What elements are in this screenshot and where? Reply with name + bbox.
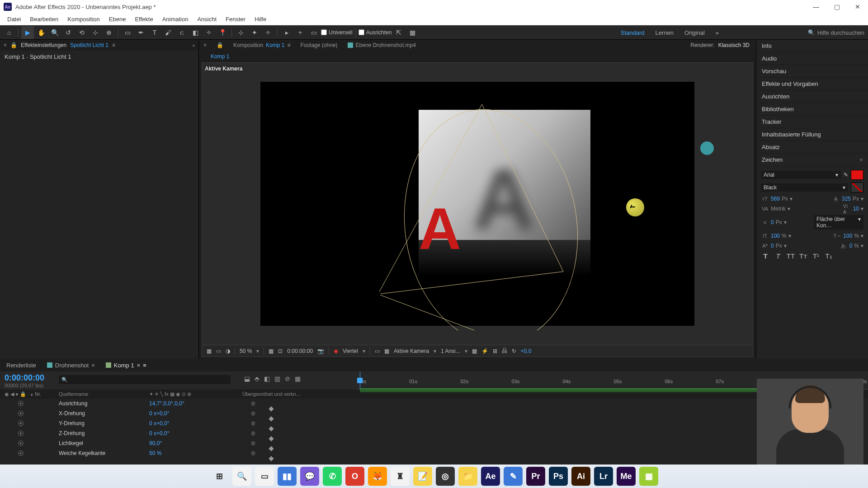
hscale-value[interactable]: 100: [843, 233, 852, 239]
menu-effekte[interactable]: Effekte: [130, 16, 157, 23]
spotlight-wireframe[interactable]: [364, 100, 581, 330]
snap-vertex[interactable]: ▸: [280, 26, 293, 39]
font-family-dropdown[interactable]: Arial▾: [761, 171, 841, 179]
workspace-original[interactable]: Original: [684, 29, 705, 36]
fast-preview-icon[interactable]: ⚡: [481, 348, 488, 354]
views-dropdown[interactable]: 1 Ansi...: [441, 348, 460, 354]
roi-icon[interactable]: ▭: [375, 348, 380, 354]
effect-controls-tab-label[interactable]: Effekteinstellungen: [21, 42, 66, 48]
window-maximize[interactable]: ▢: [826, 0, 847, 14]
taskbar-app[interactable]: 🦊: [368, 467, 387, 486]
taskbar-app[interactable]: Me: [617, 467, 636, 486]
tsume-value[interactable]: 0: [849, 243, 853, 249]
comp-tab-lock-icon[interactable]: 🔒: [217, 42, 223, 48]
taskbar-app[interactable]: ✎: [504, 467, 523, 486]
eyedropper-icon[interactable]: ✎: [844, 172, 848, 178]
local-axis[interactable]: ⊹: [235, 26, 247, 39]
tab-komp1[interactable]: Komp 1×≡: [106, 362, 146, 369]
comp-flowchart-icon[interactable]: ⬓: [244, 375, 250, 382]
stroke-mode-dropdown[interactable]: Fläche über Kon…▾: [814, 215, 863, 230]
window-minimize[interactable]: —: [806, 0, 826, 14]
taskbar-app[interactable]: ▮▮: [278, 467, 297, 486]
taskbar-app[interactable]: Ae: [481, 467, 500, 486]
shape-tool[interactable]: ▭: [121, 26, 134, 39]
home-button[interactable]: ⌂: [3, 26, 15, 39]
taskbar-app[interactable]: O: [345, 467, 364, 486]
camera-tool[interactable]: ⊹: [89, 26, 102, 39]
taskbar-app[interactable]: Ps: [549, 467, 568, 486]
view-axis[interactable]: ✧: [262, 26, 274, 39]
timeline-search[interactable]: 🔍: [59, 375, 231, 384]
resolution-icon-1[interactable]: ▦: [269, 348, 274, 354]
timeline-icon[interactable]: ⊞: [493, 348, 497, 354]
magnification-dropdown[interactable]: 50 %: [240, 348, 252, 354]
bold-button[interactable]: T: [761, 252, 770, 260]
reset-exposure-icon[interactable]: ↻: [512, 348, 516, 354]
property-row[interactable]: Z-Drehung 0 x+0,0° ⊘: [0, 428, 868, 438]
snapping-checkbox[interactable]: [321, 29, 327, 35]
exposure-value[interactable]: +0,0: [521, 348, 532, 354]
panel-ausrichten[interactable]: Ausrichten: [756, 90, 868, 103]
allcaps-button[interactable]: TT: [786, 252, 795, 260]
rotate-tool[interactable]: ⟲: [75, 26, 88, 39]
eraser-tool[interactable]: ◧: [189, 26, 202, 39]
font-size-value[interactable]: 569: [771, 196, 780, 202]
effect-controls-tab-selection[interactable]: Spotlicht Licht 1: [70, 42, 108, 48]
property-row[interactable]: Weiche Kegelkante 50 % ⊘: [0, 448, 868, 458]
menu-komposition[interactable]: Komposition: [63, 16, 104, 23]
zoom-tool[interactable]: 🔍: [48, 26, 61, 39]
menu-animation[interactable]: Animation: [158, 16, 193, 23]
roto-tool[interactable]: ✧: [203, 26, 215, 39]
comp-subtab[interactable]: Komp 1: [211, 53, 229, 60]
pixel-aspect-icon[interactable]: ▦: [472, 348, 477, 354]
anchor-tool[interactable]: ⊕: [103, 26, 115, 39]
resolution-dropdown[interactable]: Viertel: [343, 348, 358, 354]
panel-overflow-icon[interactable]: »: [192, 43, 195, 48]
color-mgmt-icon[interactable]: ◉: [334, 348, 338, 354]
comp-tab-name[interactable]: Komp 1: [266, 42, 284, 48]
panel-effekte[interactable]: Effekte und Vorgaben: [756, 78, 868, 90]
taskbar-app[interactable]: ✆: [323, 467, 342, 486]
stroke-width-value[interactable]: 0: [771, 219, 774, 225]
tracking-value[interactable]: 10: [853, 206, 859, 212]
world-axis[interactable]: ✦: [248, 26, 261, 39]
font-style-dropdown[interactable]: Black▾: [761, 183, 848, 192]
renderer-value[interactable]: Klassisch 3D: [718, 42, 750, 48]
flowchart-icon[interactable]: 品: [502, 347, 507, 355]
pen-tool[interactable]: ✒: [135, 26, 147, 39]
menu-ebene[interactable]: Ebene: [104, 16, 131, 23]
panel-lock-icon[interactable]: 🔒: [10, 42, 17, 48]
align-checkbox[interactable]: [359, 29, 364, 35]
comp-tab-close-icon[interactable]: ×: [203, 42, 207, 48]
property-row[interactable]: Lichtkegel 90,0° ⊘: [0, 438, 868, 448]
fill-swatch[interactable]: [851, 170, 863, 180]
footage-tab[interactable]: Footage (ohne): [300, 42, 337, 48]
selection-tool[interactable]: ▶: [21, 26, 34, 39]
panel-audio[interactable]: Audio: [756, 52, 868, 65]
help-search[interactable]: Hilfe durchsuchen: [808, 25, 864, 40]
stroke-swatch[interactable]: [851, 183, 863, 192]
viewer-timecode[interactable]: 0:00:00:00: [287, 348, 313, 354]
taskbar-app[interactable]: ⊞: [210, 467, 229, 486]
kerning-value[interactable]: Metrik: [771, 206, 786, 212]
channel-icon[interactable]: ▭: [216, 348, 221, 354]
panel-vorschau[interactable]: Vorschau: [756, 65, 868, 78]
layer-tab[interactable]: Ebene Drohnenshot.mp4: [348, 42, 416, 48]
panel-tracker[interactable]: Tracker: [756, 116, 868, 128]
taskbar-app[interactable]: ▦: [639, 467, 658, 486]
panel-close-icon[interactable]: ×: [4, 42, 7, 48]
panel-menu-icon[interactable]: ≡: [112, 42, 115, 48]
frame-blend-icon[interactable]: ▥: [274, 375, 280, 382]
panel-fuellung[interactable]: Inhaltsbasierte Füllung: [756, 128, 868, 141]
taskbar-app[interactable]: Lr: [594, 467, 613, 486]
taskbar-app[interactable]: 💬: [300, 467, 319, 486]
snap-rect[interactable]: ▭: [307, 26, 320, 39]
workspace-more[interactable]: »: [716, 29, 719, 36]
menu-bearbeiten[interactable]: Bearbeiten: [25, 16, 63, 23]
menu-hilfe[interactable]: Hilfe: [250, 16, 271, 23]
vscale-value[interactable]: 100: [771, 233, 780, 239]
transparency-icon[interactable]: ▦: [384, 348, 389, 354]
comp-tab-menu-icon[interactable]: ≡: [287, 42, 290, 48]
taskbar-app[interactable]: 📁: [458, 467, 477, 486]
subscript-button[interactable]: T₁: [824, 252, 833, 260]
